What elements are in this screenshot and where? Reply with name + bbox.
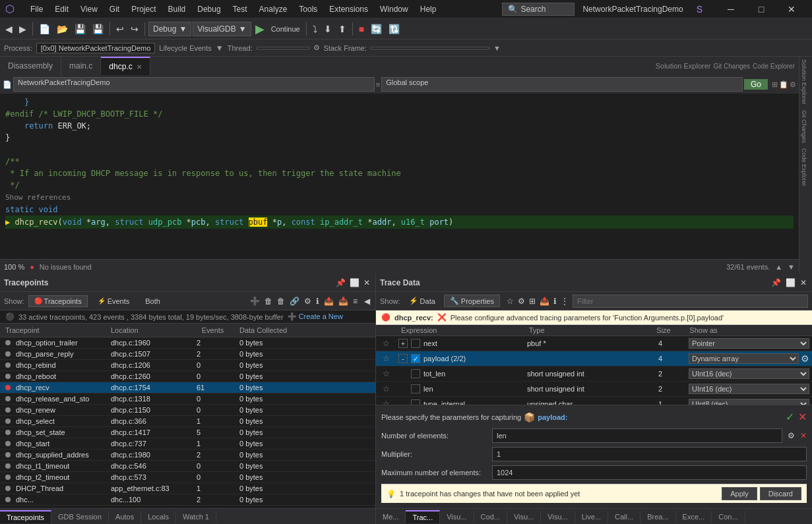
capture-confirm-button[interactable]: ✓: [786, 411, 794, 423]
link-button[interactable]: 🔗: [288, 295, 301, 307]
trace-bottom-tab-brea[interactable]: Brea...: [640, 511, 675, 523]
len-star[interactable]: ☆: [376, 384, 396, 393]
float-button[interactable]: ⬜: [348, 277, 361, 289]
table-row[interactable]: dhcp_release_and_sto dhcp.c:1318 0 0 byt…: [0, 393, 375, 405]
save-all-button[interactable]: 💾: [90, 22, 106, 36]
next-expand[interactable]: +: [398, 339, 408, 348]
maximize-button[interactable]: □: [746, 0, 776, 18]
window-controls[interactable]: ─ □ ✕: [716, 0, 807, 18]
table-row[interactable]: DHCP_Thread app_ethernet.c:83 1 0 bytes: [0, 483, 375, 494]
menu-git[interactable]: Git: [104, 3, 125, 15]
code-explorer-side[interactable]: Code Explorer: [799, 146, 809, 189]
table-row[interactable]: dhcp_recv dhcp.c:1754 61 0 bytes: [0, 382, 375, 393]
bottom-tab-tracepoints[interactable]: Tracepoints: [0, 510, 51, 523]
menu-analyze[interactable]: Analyze: [254, 3, 293, 15]
tot-len-show-as-select[interactable]: UInt16 (dec): [689, 368, 809, 379]
payload-show-as-select[interactable]: Dynamic array: [689, 353, 799, 364]
menu-build[interactable]: Build: [163, 3, 191, 15]
tot-len-star[interactable]: ☆: [376, 369, 396, 378]
open-button[interactable]: 📂: [54, 22, 71, 36]
trace-row-len[interactable]: ☆ len short unsigned int 2 UInt16 (dec): [376, 382, 812, 397]
max-input[interactable]: [492, 465, 807, 480]
payload-show-as[interactable]: Dynamic array ⚙: [686, 352, 812, 365]
type-internal-star[interactable]: ☆: [376, 399, 396, 405]
payload-gear-icon[interactable]: ⚙: [801, 353, 809, 364]
trace-bottom-tab-exce[interactable]: Exce...: [676, 511, 712, 523]
trace-bottom-tab-trac[interactable]: Trac...: [406, 510, 440, 523]
trace-tab-properties[interactable]: 🔧 Properties: [444, 295, 500, 307]
import-button[interactable]: 📥: [337, 295, 350, 307]
file-dropdown[interactable]: NetworkPacketTracingDemo: [13, 77, 375, 92]
tracepoints-toolbar[interactable]: ➕ 🗑 🗑 🔗 ⚙ ℹ 📤 📥 ≡: [249, 295, 359, 307]
table-row[interactable]: dhcp_rebind dhcp.c:1206 0 0 bytes: [0, 360, 375, 371]
undo-button[interactable]: ↩: [113, 22, 127, 36]
thread-value[interactable]: [257, 47, 309, 49]
len-show-as-select[interactable]: UInt16 (dec): [689, 384, 809, 394]
continue-button[interactable]: ▶: [253, 20, 267, 38]
sync-icon[interactable]: 📋: [779, 80, 788, 89]
show-tab-both[interactable]: Both: [139, 295, 166, 307]
menu-project[interactable]: Project: [126, 3, 161, 15]
trace-bottom-tab-live[interactable]: Live...: [575, 511, 608, 523]
code-content[interactable]: } #endif /* LWIP_DHCP_BOOTP_FILE */ retu…: [0, 94, 799, 259]
table-row[interactable]: dhcp_t1_timeout dhcp.c:546 0 0 bytes: [0, 461, 375, 472]
menu-help[interactable]: Help: [415, 3, 442, 15]
trace-row-tot-len[interactable]: ☆ tot_len short unsigned int 2 UInt16 (d…: [376, 366, 812, 382]
debug-config-dropdown[interactable]: Debug ▼: [148, 22, 191, 36]
table-row[interactable]: dhcp_supplied_addres dhcp.c:1980 2 0 byt…: [0, 450, 375, 461]
table-row[interactable]: dhcp_option_trailer dhcp.c:1960 2 0 byte…: [0, 337, 375, 349]
capture-header-buttons[interactable]: ✓ ✕: [786, 411, 807, 423]
info-button[interactable]: ℹ: [315, 295, 321, 307]
trace-more-button[interactable]: ⋮: [559, 295, 570, 307]
reload-button[interactable]: 🔃: [386, 22, 402, 36]
bottom-tab-locals[interactable]: Locals: [141, 511, 176, 523]
stop-button[interactable]: ■: [356, 22, 367, 36]
panel-controls[interactable]: 📌 ⬜ ✕: [334, 277, 371, 289]
table-row[interactable]: dhcp_t2_timeout dhcp.c:573 0 0 bytes: [0, 472, 375, 483]
menu-debug[interactable]: Debug: [192, 3, 226, 15]
trace-bottom-tab-me[interactable]: Me...: [376, 511, 406, 523]
trace-bottom-tab-con[interactable]: Con...: [712, 511, 745, 523]
bottom-tab-gdb[interactable]: GDB Session: [51, 511, 109, 523]
back-button[interactable]: ◀: [3, 22, 15, 36]
menu-test[interactable]: Test: [228, 3, 253, 15]
tab-dhcp-c[interactable]: dhcp.c ✕: [101, 57, 150, 75]
trace-row-type-internal[interactable]: ☆ type_internal unsigned char 1 UInt8 (d…: [376, 397, 812, 405]
menu-bar[interactable]: File Edit View Git Project Build Debug T…: [25, 3, 441, 15]
show-tab-tracepoints[interactable]: 🔴 Tracepoints: [28, 295, 88, 307]
restart-button[interactable]: 🔄: [368, 22, 385, 36]
pin-button[interactable]: 📌: [334, 277, 347, 289]
type-internal-show-as-select[interactable]: UInt8 (dec): [689, 399, 809, 405]
next-show-as-select[interactable]: Pointer: [689, 338, 809, 349]
len-checkbox[interactable]: [411, 384, 420, 393]
process-value[interactable]: [0x0] NetworkPacketTracingDemo: [36, 43, 156, 53]
remove-tracepoint-button[interactable]: 🗑: [263, 295, 274, 307]
next-star[interactable]: ☆: [376, 339, 396, 348]
bottom-tab-watch[interactable]: Watch 1: [176, 511, 216, 523]
payload-star[interactable]: ☆: [376, 354, 396, 363]
next-checkbox[interactable]: [411, 339, 420, 348]
search-box[interactable]: 🔍 Search: [502, 3, 575, 16]
trace-bottom-tab-visu2[interactable]: Visu...: [507, 511, 541, 523]
number-input[interactable]: [492, 428, 782, 443]
trace-table-button[interactable]: ⊞: [528, 295, 537, 307]
git-changes-side[interactable]: Git Changes: [799, 107, 809, 146]
trace-info-button[interactable]: ℹ: [552, 295, 558, 307]
next-show-as[interactable]: Pointer: [686, 337, 812, 350]
show-tab-events[interactable]: ⚡ Events: [92, 295, 136, 307]
warning-actions[interactable]: Apply Discard: [722, 487, 801, 500]
trace-pin-button[interactable]: 📌: [770, 277, 782, 289]
minimize-button[interactable]: ─: [716, 0, 746, 18]
go-button[interactable]: Go: [744, 79, 768, 90]
table-row[interactable]: dhcp_set_state dhcp.c:1417 5 0 bytes: [0, 427, 375, 438]
solution-explorer-side[interactable]: Solution Explorer: [799, 57, 809, 107]
tab-disassembly[interactable]: Disassembly: [0, 57, 61, 75]
tab-dhcp-close[interactable]: ✕: [137, 63, 142, 71]
trace-filter-input[interactable]: [573, 295, 808, 308]
step-over-button[interactable]: ⤵: [310, 22, 320, 36]
number-x-icon[interactable]: ✕: [800, 431, 807, 440]
type-internal-checkbox[interactable]: [411, 399, 420, 405]
table-row[interactable]: dhcp_reboot dhcp.c:1260 0 0 bytes: [0, 371, 375, 382]
save-button[interactable]: 💾: [72, 22, 88, 36]
export-button[interactable]: 📤: [323, 295, 335, 307]
